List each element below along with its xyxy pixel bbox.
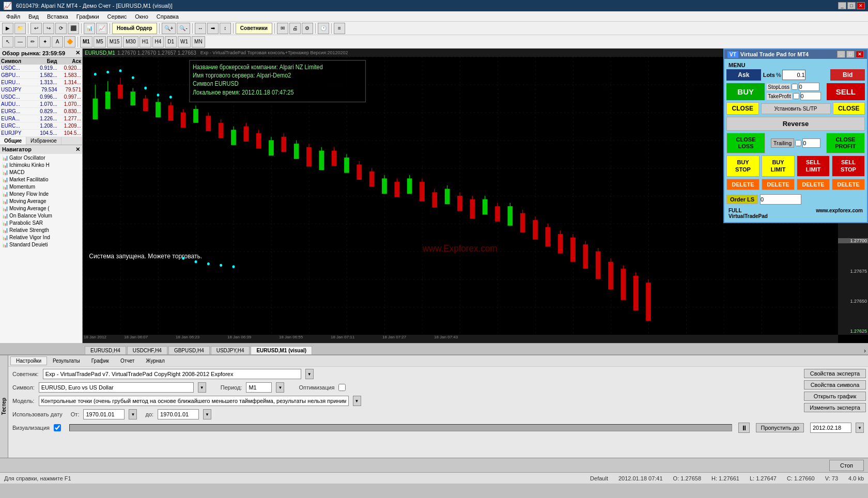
vtp-delete2-button[interactable]: DELETE bbox=[762, 179, 795, 190]
market-watch-row[interactable]: EURG... 0.829... 0.830... bbox=[0, 108, 82, 115]
tb-fwd-btn[interactable]: ↪ bbox=[43, 23, 54, 34]
market-watch-close[interactable]: ✕ bbox=[75, 50, 80, 56]
tf-m30[interactable]: M30 bbox=[123, 36, 138, 48]
tb-autoscroll-btn[interactable]: ↕ bbox=[220, 23, 231, 34]
market-watch-row[interactable]: USDC... 0.996... 0.997... bbox=[0, 94, 82, 101]
tf-d1[interactable]: D1 bbox=[165, 36, 177, 48]
tester-pause-button[interactable]: ⏸ bbox=[738, 423, 750, 433]
tb-props-btn[interactable]: ⚙ bbox=[302, 23, 313, 34]
vtp-trailing-input[interactable] bbox=[802, 138, 820, 148]
navigator-close[interactable]: ✕ bbox=[75, 146, 80, 153]
tester-period-dropdown[interactable]: ▼ bbox=[276, 382, 284, 393]
tb-more-btn[interactable]: ≡ bbox=[334, 23, 345, 34]
chart-tab-2[interactable]: GBPUSD,H4 bbox=[168, 346, 210, 354]
chart-tabs-scroll[interactable]: › bbox=[864, 347, 866, 354]
vtp-sell-limit-button[interactable]: SELLLIMIT bbox=[797, 155, 830, 176]
tb-draw6[interactable]: 🔶 bbox=[64, 36, 75, 48]
tester-open-chart-btn[interactable]: Открыть график bbox=[804, 392, 866, 401]
vtp-close-left-button[interactable]: CLOSE bbox=[726, 102, 759, 115]
menu-charts[interactable]: Графики bbox=[72, 12, 103, 21]
navigator-indicator-item[interactable]: 📊 On Balance Volum bbox=[0, 212, 82, 219]
vtp-sell-stop-button[interactable]: SELLSTOP bbox=[832, 155, 865, 176]
mw-tab-common[interactable]: Общие bbox=[0, 137, 26, 145]
market-watch-row[interactable]: GBPU... 1.582... 1.583... bbox=[0, 72, 82, 79]
tester-symbol-props-btn[interactable]: Свойства символа bbox=[804, 380, 866, 390]
navigator-indicator-item[interactable]: 📊 Parabolic SAR bbox=[0, 219, 82, 226]
vtp-order-ls-input[interactable] bbox=[760, 194, 801, 205]
chart-tab-4[interactable]: EURUSD,M1 (visual) bbox=[251, 346, 312, 354]
navigator-indicator-item[interactable]: 📊 Momentum bbox=[0, 183, 82, 190]
menu-insert[interactable]: Вставка bbox=[43, 12, 72, 21]
tester-skip-button[interactable]: Пропустить до bbox=[756, 423, 804, 432]
tb-draw2[interactable]: — bbox=[14, 36, 26, 48]
navigator-indicator-item[interactable]: 📊 Ichimoku Kinko H bbox=[0, 161, 82, 168]
tb-draw3[interactable]: ✏ bbox=[27, 36, 38, 48]
vtp-set-sl-tp-button[interactable]: Установить SL/TP bbox=[761, 103, 831, 114]
market-watch-row[interactable]: EURA... 1.226... 1.277... bbox=[0, 115, 82, 122]
vtp-reverse-button[interactable]: Reverse bbox=[726, 117, 865, 131]
vtp-delete3-button[interactable]: DELETE bbox=[797, 179, 830, 190]
tester-to-input[interactable] bbox=[158, 409, 199, 419]
navigator-indicator-item[interactable]: 📊 Relative Vigor Ind bbox=[0, 234, 82, 241]
tb-chart1-btn[interactable]: 📊 bbox=[84, 23, 95, 34]
navigator-indicator-item[interactable]: 📊 MACD bbox=[0, 168, 82, 176]
vtp-trailing-checkbox[interactable] bbox=[795, 140, 801, 146]
vtp-buy-stop-button[interactable]: BUYSTOP bbox=[726, 155, 760, 176]
tester-tab-settings[interactable]: Настройки bbox=[10, 356, 47, 365]
tf-mn[interactable]: MN bbox=[192, 36, 205, 48]
market-watch-row[interactable]: USDJPY 79.534 79.571 bbox=[0, 86, 82, 94]
market-watch-row[interactable]: EURC... 1.208... 1.209... bbox=[0, 122, 82, 130]
tester-optimize-checkbox[interactable] bbox=[338, 384, 346, 391]
tester-advisor-input[interactable] bbox=[43, 369, 301, 379]
vtp-close-btn[interactable]: ✕ bbox=[856, 51, 864, 58]
tester-model-dropdown[interactable]: ▼ bbox=[353, 396, 361, 406]
tf-w1[interactable]: W1 bbox=[178, 36, 191, 48]
chart-tab-0[interactable]: EURUSD,H4 bbox=[85, 346, 126, 354]
tester-modify-advisor-btn[interactable]: Изменить эксперта bbox=[804, 403, 866, 412]
navigator-indicator-item[interactable]: 📊 Moving Average ( bbox=[0, 205, 82, 212]
tb-period-btn[interactable]: ↔ bbox=[195, 23, 206, 34]
close-button[interactable]: ✕ bbox=[857, 2, 865, 9]
chart-tab-3[interactable]: USDJPY,H4 bbox=[211, 346, 250, 354]
vtp-close-profit-button[interactable]: CLOSEPROFIT bbox=[826, 133, 865, 153]
tf-m15[interactable]: M15 bbox=[107, 36, 122, 48]
tester-symbol-dropdown[interactable]: ▼ bbox=[198, 382, 206, 393]
vtp-delete4-button[interactable]: DELETE bbox=[832, 179, 865, 190]
tb-draw5[interactable]: A bbox=[52, 36, 63, 48]
tb-refresh-btn[interactable]: ⟳ bbox=[55, 23, 67, 34]
tester-tab-results[interactable]: Результаты bbox=[47, 356, 86, 365]
vtp-buy-limit-button[interactable]: BUYLIMIT bbox=[762, 155, 795, 176]
tester-to-dropdown[interactable]: ▼ bbox=[203, 409, 211, 419]
navigator-indicator-item[interactable]: 📊 Gator Oscillator bbox=[0, 154, 82, 161]
vtp-delete1-button[interactable]: DELETE bbox=[726, 179, 760, 190]
tester-skip-date-dropdown[interactable]: ▼ bbox=[856, 423, 864, 433]
tb-email-btn[interactable]: ✉ bbox=[277, 23, 288, 34]
vtp-sell-button[interactable]: SELL bbox=[827, 83, 865, 100]
tester-tab-journal[interactable]: Журнал bbox=[140, 356, 171, 365]
vtp-tp-checkbox[interactable] bbox=[793, 93, 799, 99]
tester-stop-button[interactable]: Стоп bbox=[829, 460, 864, 471]
tb-draw1[interactable]: ↖ bbox=[2, 36, 13, 48]
menu-service[interactable]: Сервис bbox=[103, 12, 131, 21]
navigator-indicator-item[interactable]: 📊 Relative Strength bbox=[0, 226, 82, 234]
tester-advisor-props-btn[interactable]: Свойства эксперта bbox=[804, 369, 866, 378]
tf-h4[interactable]: H4 bbox=[152, 36, 164, 48]
tf-h1[interactable]: H1 bbox=[140, 36, 151, 48]
tb-print-btn[interactable]: 🖨 bbox=[289, 23, 301, 34]
vtp-close-right-button[interactable]: CLOSE bbox=[833, 102, 865, 115]
tf-m5[interactable]: M5 bbox=[94, 36, 106, 48]
tb-zoom-in-btn[interactable]: 🔍+ bbox=[162, 23, 176, 34]
maximize-button[interactable]: □ bbox=[847, 2, 856, 9]
tester-skip-date-input[interactable] bbox=[810, 423, 851, 433]
tb-stop-btn[interactable]: ⬛ bbox=[68, 23, 79, 34]
tester-model-input[interactable] bbox=[39, 396, 349, 406]
tb-time-btn[interactable]: 🕐 bbox=[318, 23, 329, 34]
vtp-buy-button[interactable]: BUY bbox=[726, 83, 765, 100]
chart-tab-1[interactable]: USDCHF,H4 bbox=[127, 346, 167, 354]
tf-m1[interactable]: M1 bbox=[80, 36, 92, 48]
navigator-indicator-item[interactable]: 📊 Money Flow Inde bbox=[0, 190, 82, 197]
tb-open-btn[interactable]: 📁 bbox=[14, 23, 26, 34]
minimize-button[interactable]: _ bbox=[838, 2, 846, 9]
market-watch-row[interactable]: EURU... 1.313... 1.314... bbox=[0, 79, 82, 86]
tester-tab-chart[interactable]: График bbox=[86, 356, 115, 365]
